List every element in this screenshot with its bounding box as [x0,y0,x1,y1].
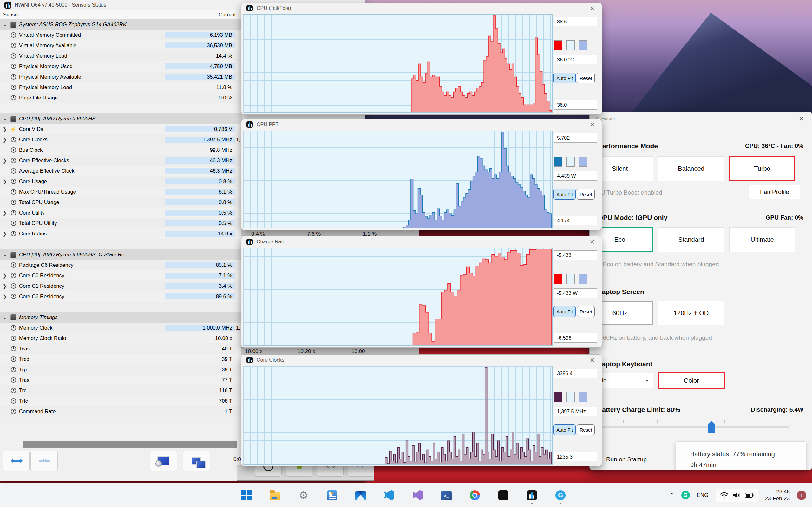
graph-titlebar[interactable]: CPU (Tctl/Tdie)✕ [241,3,602,14]
sensor-row[interactable]: Tcas40 T [0,343,242,354]
graph-plot-area[interactable] [243,130,553,228]
sensor-row[interactable]: Virtual Memory Available36,539 MB [0,40,242,51]
tree-chevron-icon[interactable]: ❯ [0,273,9,279]
graph-plot-area[interactable] [243,14,553,113]
sensor-row[interactable]: Physical Memory Available35,421 MB [0,72,242,82]
tree-chevron-icon[interactable]: ❯ [0,231,9,237]
monitor-app-button[interactable] [326,489,338,501]
sensor-row[interactable]: Trc116 T [0,385,242,396]
tree-chevron-icon[interactable]: ❯ [0,158,9,164]
auto-fit-button[interactable]: Auto Fit [554,189,576,200]
background-color-swatch[interactable] [566,40,575,50]
auto-fit-button[interactable]: Auto Fit [554,306,576,317]
collapse-columns-button[interactable]: ➡⬅ [31,451,58,471]
keyboard-color-button[interactable]: Color [658,372,725,389]
sensor-row[interactable]: Physical Memory Used4,750 MB [0,61,242,72]
sensor-row[interactable]: Trfc708 T [0,396,242,406]
close-icon[interactable]: ✕ [588,238,597,245]
background-color-swatch[interactable] [566,392,575,402]
reset-button[interactable]: Reset [577,189,595,200]
start-button[interactable] [241,489,252,501]
tree-chevron-icon[interactable]: ❯ [0,210,9,216]
sensor-row[interactable]: Tras77 T [0,375,242,385]
sensor-row[interactable]: ❯Core Usage0.8 % [0,176,242,187]
graph-titlebar[interactable]: Charge Rate✕ [241,236,602,247]
sensor-row[interactable]: ❯Core Ratios14.0 x [0,228,242,239]
ghelper-close-icon[interactable]: ✕ [799,115,804,123]
tree-chevron-icon[interactable]: ❯ [0,179,9,184]
sensor-section-row[interactable]: ⌄System: ASUS ROG Zephyrus G14 GA402RK_.… [0,19,242,30]
sensor-row[interactable]: ❯Core C1 Residency3.4 % [0,281,242,291]
sensor-section-row[interactable]: ⌄Memory Timings [0,312,242,323]
sensor-section-row[interactable]: ⌄CPU [#0]: AMD Ryzen 9 6900HS [0,113,242,124]
grid-color-swatch[interactable] [579,40,587,50]
tree-chevron-icon[interactable]: ⌄ [0,116,9,122]
sensor-row[interactable]: ❯Core C6 Residency89.6 % [0,291,242,302]
auto-fit-button[interactable]: Auto Fit [554,72,576,83]
sensor-row[interactable]: ❯Core C0 Residency7.1 % [0,270,242,281]
close-icon[interactable]: ✕ [588,5,597,12]
sensor-row[interactable]: ❯⚡Core VIDs0.786 V [0,124,242,134]
tray-overflow-chevron[interactable]: ⌃ [670,492,674,499]
sensor-row[interactable]: ❯Core Effective Clocks46.3 MHz [0,155,242,166]
sensor-row[interactable]: Memory Clock Ratio10.00 x [0,333,242,343]
sensor-row[interactable]: Virtual Memory Load14.4 % [0,51,242,61]
reset-button[interactable]: Reset [577,72,595,83]
terminal-app-button[interactable]: ∴ [497,489,509,501]
slider-handle[interactable] [708,421,715,433]
sensor-row[interactable]: Average Effective Clock46.3 MHz [0,166,242,176]
vscode-button[interactable] [383,489,395,501]
sensor-row[interactable]: Virtual Memory Committed6,193 MB [0,30,242,40]
grid-color-swatch[interactable] [579,157,587,167]
perf-turbo-button[interactable]: Turbo [729,156,795,181]
series-color-swatch[interactable] [554,392,562,402]
mail-button[interactable] [355,489,367,501]
background-color-swatch[interactable] [566,274,575,284]
gpu-standard-button[interactable]: Standard [658,227,724,252]
screen-capture-button[interactable] [150,451,177,471]
sensor-row[interactable]: Max CPU/Thread Usage6.1 % [0,187,242,197]
expand-columns-button[interactable]: ⬅➡ [3,451,30,471]
sensor-row[interactable]: ❯Core Utility0.5 % [0,208,242,218]
ghelper-taskbar-button[interactable]: G [554,489,566,501]
sensor-row[interactable]: Total CPU Utility0.5 % [0,218,242,228]
sensor-row[interactable]: Package C6 Residency85.1 % [0,260,242,270]
grammarly-tray-icon[interactable]: G [681,491,690,499]
sensor-row[interactable]: ❯Core Clocks1,397.5 MHz1, [0,134,242,145]
perf-balanced-button[interactable]: Balanced [658,156,724,181]
chrome-button[interactable] [469,489,481,501]
tree-chevron-icon[interactable]: ❯ [0,283,9,289]
tree-chevron-icon[interactable]: ❯ [0,137,9,143]
screen-120hz-button[interactable]: 120Hz + OD [658,301,724,326]
reset-button[interactable]: Reset [577,424,595,435]
close-icon[interactable]: ✕ [588,356,597,364]
network-volume-battery-pill[interactable] [716,489,758,502]
graph-titlebar[interactable]: CPU PPT✕ [241,119,602,130]
sensor-row[interactable]: Page File Usage0.0 % [0,93,242,103]
reset-button[interactable]: Reset [577,306,595,317]
column-sensor[interactable]: Sensor [0,12,168,18]
tree-chevron-icon[interactable]: ⌄ [0,315,9,320]
sensor-row[interactable]: Memory Clock1,000.0 MHz1, [0,323,242,333]
graph-plot-area[interactable] [243,248,553,346]
fan-profile-button[interactable]: Fan Profile [749,185,800,199]
grid-color-swatch[interactable] [579,274,587,284]
close-icon[interactable]: ✕ [588,121,597,128]
background-color-swatch[interactable] [566,157,575,167]
tree-chevron-icon[interactable]: ⌄ [0,22,9,27]
grid-color-swatch[interactable] [579,392,587,402]
auto-fit-button[interactable]: Auto Fit [554,424,576,435]
graph-titlebar[interactable]: Core Clocks✕ [241,354,602,365]
visual-studio-button[interactable] [412,489,424,501]
file-explorer-button[interactable] [269,489,281,501]
sensor-section-row[interactable]: ⌄CPU [#0]: AMD Ryzen 9 6900HS: C-State R… [0,249,242,260]
horizontal-scrollbar[interactable] [23,441,237,448]
sensor-row[interactable]: Physical Memory Load11.8 % [0,82,242,93]
sensor-row[interactable]: Trp39 T [0,364,242,375]
column-current[interactable]: Current [168,12,238,18]
series-color-swatch[interactable] [554,157,562,167]
powershell-button[interactable]: >_ [440,489,452,501]
sensor-row[interactable]: Total CPU Usage0.8 % [0,197,242,208]
gpu-ultimate-button[interactable]: Ultimate [729,227,795,252]
hwinfo-taskbar-button[interactable] [526,489,538,501]
